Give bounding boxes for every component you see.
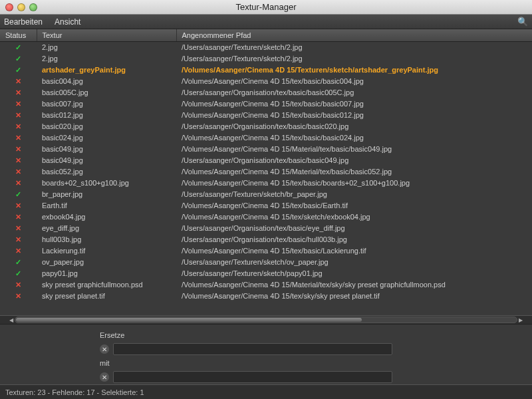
table-row[interactable]: ✕Lackierung.tif/Volumes/Asanger/Cinema 4… xyxy=(0,245,532,257)
titlebar: Textur-Manager xyxy=(0,0,532,15)
cell-path: /Users/asanger/Texturen/sketch/br_paper.… xyxy=(176,189,532,200)
cell-texture: br_paper.jpg xyxy=(37,189,176,200)
table-row[interactable]: ✓2.jpg/Users/asanger/Texturen/sketch/2.j… xyxy=(0,53,532,65)
cell-status: ✕ xyxy=(0,87,37,98)
status-missing-icon: ✕ xyxy=(15,100,21,108)
clear-icon[interactable]: ✕ xyxy=(100,372,109,382)
cell-path: /Volumes/Asanger/Cinema 4D 15/tex/sky/sk… xyxy=(176,291,532,302)
cell-texture: exbook04.jpg xyxy=(37,211,176,223)
cell-path: /Users/asanger/Organisation/tex/basic/ba… xyxy=(176,87,532,98)
table-row[interactable]: ✕basic049.jpg/Users/asanger/Organisation… xyxy=(0,155,532,166)
scroll-thumb[interactable] xyxy=(16,318,362,322)
table-row[interactable]: ✕sky preset planet.tif/Volumes/Asanger/C… xyxy=(0,291,532,302)
cell-texture: basic049.jpg xyxy=(37,144,176,155)
status-missing-icon: ✕ xyxy=(15,292,21,300)
cell-status: ✕ xyxy=(0,144,37,155)
scroll-right-icon[interactable]: ▶ xyxy=(517,317,524,323)
table-row[interactable]: ✕basic024.jpg/Volumes/Asanger/Cinema 4D … xyxy=(0,132,532,144)
cell-texture: basic007.jpg xyxy=(37,98,176,110)
status-missing-icon: ✕ xyxy=(15,179,21,187)
cell-path: /Volumes/Asanger/Cinema 4D 15/Material/t… xyxy=(176,144,532,155)
replace-label: Ersetze xyxy=(100,331,124,339)
table-row[interactable]: ✓artshader_greyPaint.jpg/Volumes/Asanger… xyxy=(0,65,532,76)
cell-texture: artshader_greyPaint.jpg xyxy=(37,65,176,76)
cell-path: /Users/asanger/Organisation/tex/basic/hu… xyxy=(176,234,532,245)
status-missing-icon: ✕ xyxy=(15,235,21,243)
cell-status: ✕ xyxy=(0,98,37,110)
table-row[interactable]: ✕basic020.jpg/Users/asanger/Organisation… xyxy=(0,121,532,132)
table-row[interactable]: ✓ov_paper.jpg/Users/asanger/Texturen/ske… xyxy=(0,257,532,268)
cell-texture: Earth.tif xyxy=(37,200,176,211)
cell-texture: papy01.jpg xyxy=(37,268,176,279)
cell-texture: eye_diff.jpg xyxy=(37,223,176,234)
menu-edit[interactable]: Bearbeiten xyxy=(4,17,43,27)
cell-path: /Users/asanger/Organisation/tex/basic/ey… xyxy=(176,223,532,234)
status-missing-icon: ✕ xyxy=(15,122,21,130)
table-row[interactable]: ✕sky preset graphicfullmoon.psd/Volumes/… xyxy=(0,279,532,291)
scroll-left-icon[interactable]: ◀ xyxy=(8,317,15,323)
cell-texture: basic052.jpg xyxy=(37,166,176,178)
cell-path: /Users/asanger/Texturen/sketch/2.jpg xyxy=(176,42,532,53)
cell-status: ✓ xyxy=(0,268,37,279)
table-row[interactable]: ✕basic012.jpg/Volumes/Asanger/Cinema 4D … xyxy=(0,110,532,121)
cell-path: /Volumes/Asanger/Cinema 4D 15/tex/basic/… xyxy=(176,76,532,87)
menu-view[interactable]: Ansicht xyxy=(55,17,80,27)
cell-texture: sky preset graphicfullmoon.psd xyxy=(37,279,176,291)
with-label: mit xyxy=(100,359,110,367)
replace-with-input[interactable] xyxy=(113,371,392,383)
status-missing-icon: ✕ xyxy=(15,168,21,176)
replace-from-input[interactable] xyxy=(113,343,392,355)
col-texture[interactable]: Textur xyxy=(37,29,176,42)
table-row[interactable]: ✓2.jpg/Users/asanger/Texturen/sketch/2.j… xyxy=(0,42,532,53)
status-missing-icon: ✕ xyxy=(15,134,21,142)
col-status[interactable]: Status xyxy=(0,29,37,42)
table-row[interactable]: ✕basic004.jpg/Volumes/Asanger/Cinema 4D … xyxy=(0,76,532,87)
status-ok-icon: ✓ xyxy=(15,43,21,51)
table-row[interactable]: ✕hull003b.jpg/Users/asanger/Organisation… xyxy=(0,234,532,245)
cell-status: ✕ xyxy=(0,223,37,234)
clear-icon[interactable]: ✕ xyxy=(100,344,109,354)
cell-texture: Lackierung.tif xyxy=(37,245,176,257)
table-row[interactable]: ✕basic007.jpg/Volumes/Asanger/Cinema 4D … xyxy=(0,98,532,110)
cell-texture: basic020.jpg xyxy=(37,121,176,132)
status-missing-icon: ✕ xyxy=(15,201,21,209)
cell-texture: hull003b.jpg xyxy=(37,234,176,245)
cell-status: ✓ xyxy=(0,65,37,76)
table-row[interactable]: ✓papy01.jpg/Users/asanger/Texturen/sketc… xyxy=(0,268,532,279)
status-ok-icon: ✓ xyxy=(15,66,21,74)
table-row[interactable]: ✕basic005C.jpg/Users/asanger/Organisatio… xyxy=(0,87,532,98)
cell-path: /Users/asanger/Texturen/sketch/2.jpg xyxy=(176,53,532,65)
table-row[interactable]: ✕basic049.jpg/Volumes/Asanger/Cinema 4D … xyxy=(0,144,532,155)
cell-texture: basic024.jpg xyxy=(37,132,176,144)
status-ok-icon: ✓ xyxy=(15,55,21,63)
search-icon[interactable]: 🔍 xyxy=(517,17,528,27)
table-row[interactable]: ✕basic052.jpg/Volumes/Asanger/Cinema 4D … xyxy=(0,166,532,178)
menubar: Bearbeiten Ansicht 🔍 xyxy=(0,15,532,29)
cell-texture: basic012.jpg xyxy=(37,110,176,121)
status-missing-icon: ✕ xyxy=(15,213,21,221)
table-row[interactable]: ✓br_paper.jpg/Users/asanger/Texturen/ske… xyxy=(0,189,532,200)
table-row[interactable]: ✕Earth.tif/Volumes/Asanger/Cinema 4D 15/… xyxy=(0,200,532,211)
cell-status: ✕ xyxy=(0,76,37,87)
cell-path: /Volumes/Asanger/Cinema 4D 15/tex/basic/… xyxy=(176,132,532,144)
cell-path: /Users/asanger/Organisation/tex/basic/ba… xyxy=(176,155,532,166)
cell-path: /Users/asanger/Organisation/tex/basic/ba… xyxy=(176,121,532,132)
cell-path: /Volumes/Asanger/Cinema 4D 15/Material/t… xyxy=(176,279,532,291)
cell-path: /Volumes/Asanger/Cinema 4D 15/Material/t… xyxy=(176,166,532,178)
status-ok-icon: ✓ xyxy=(15,190,21,198)
horizontal-scrollbar[interactable]: ◀ ▶ xyxy=(0,315,532,325)
status-missing-icon: ✕ xyxy=(15,88,21,96)
cell-status: ✕ xyxy=(0,291,37,302)
cell-texture: 2.jpg xyxy=(37,53,176,65)
table-row[interactable]: ✕exbook04.jpg/Volumes/Asanger/Cinema 4D … xyxy=(0,211,532,223)
status-missing-icon: ✕ xyxy=(15,145,21,153)
table-row[interactable]: ✕eye_diff.jpg/Users/asanger/Organisation… xyxy=(0,223,532,234)
table-row[interactable]: ✕boards+02_s100+g100.jpg/Volumes/Asanger… xyxy=(0,178,532,189)
status-ok-icon: ✓ xyxy=(15,258,21,266)
cell-status: ✕ xyxy=(0,245,37,257)
cell-status: ✕ xyxy=(0,121,37,132)
statusbar: Texturen: 23 - Fehlende: 17 - Selektiert… xyxy=(0,384,532,399)
col-path[interactable]: Angenommener Pfad xyxy=(176,29,532,42)
cell-texture: basic004.jpg xyxy=(37,76,176,87)
window-title: Textur-Manager xyxy=(0,2,532,12)
